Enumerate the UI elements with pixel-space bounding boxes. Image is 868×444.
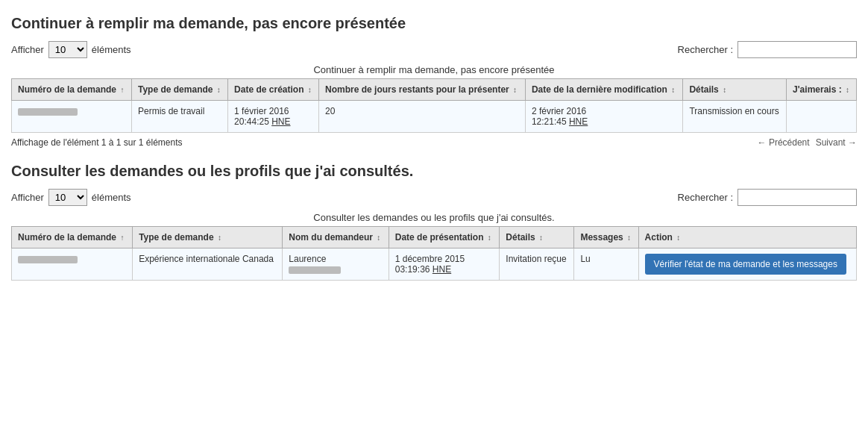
- section2-title: Consulter les demandes ou les profils qu…: [11, 163, 857, 180]
- table-row: Permis de travail 1 février 201620:44:25…: [12, 101, 857, 133]
- sort2-icon-details[interactable]: ↕: [539, 234, 543, 242]
- cell-date-creation: 1 février 201620:44:25 HNE: [228, 101, 319, 133]
- cell2-details: Invitation reçue: [500, 248, 574, 281]
- section2-controls-right: Rechercher :: [678, 189, 857, 206]
- sort-icon-date-crea[interactable]: ↕: [308, 86, 312, 94]
- col2-date-presentation: Date de présentation ↕: [389, 227, 500, 248]
- col-type-demande: Type de demande ↕: [132, 79, 228, 101]
- section1-search-label: Rechercher :: [678, 44, 733, 55]
- section2: Consulter les demandes ou les profils qu…: [11, 163, 857, 281]
- sort-icon-jours[interactable]: ↕: [513, 86, 517, 94]
- cell-num-demande: [12, 101, 132, 133]
- sort-icon-details[interactable]: ↕: [723, 86, 726, 94]
- section1-pagination-nav: ← Précédent Suivant →: [758, 137, 857, 148]
- cell-date-modif: 2 février 201612:21:45 HNE: [525, 101, 683, 133]
- redacted2-nom: [289, 266, 341, 274]
- cell-type-demande: Permis de travail: [132, 101, 228, 133]
- col2-type-demande: Type de demande ↕: [133, 227, 283, 248]
- section1: Continuer à remplir ma demande, pas enco…: [11, 15, 857, 148]
- col2-num-demande: Numéro de la demande ↑: [12, 227, 133, 248]
- table-row: Expérience internationale Canada Laurenc…: [12, 248, 857, 281]
- section1-show-select[interactable]: 10 25 50 100: [48, 41, 87, 58]
- section1-search-input[interactable]: [738, 41, 857, 58]
- section1-elements-label: éléments: [92, 44, 131, 55]
- section2-table-header: Numéro de la demande ↑ Type de demande ↕…: [12, 227, 857, 248]
- section1-pagination-info: Affichage de l'élément 1 à 1 sur 1 éléme…: [11, 137, 183, 148]
- verify-state-button[interactable]: Vérifier l'état de ma demande et les mes…: [645, 254, 846, 275]
- cell2-messages: Lu: [574, 248, 638, 281]
- cell2-date-presentation: 1 décembre 201503:19:36 HNE: [389, 248, 500, 281]
- sort-icon-date-modif[interactable]: ↕: [671, 86, 675, 94]
- sort-icon-jaimerais[interactable]: ↕: [846, 86, 849, 94]
- col-date-creation: Date de création ↕: [228, 79, 319, 101]
- section1-controls-right: Rechercher :: [678, 41, 857, 58]
- cell2-num-demande: [12, 248, 133, 281]
- section1-next-link[interactable]: Suivant →: [816, 137, 857, 148]
- col-date-modif: Date de la dernière modification ↕: [525, 79, 683, 101]
- sort-icon-num[interactable]: ↑: [120, 86, 124, 94]
- sort2-icon-action[interactable]: ↕: [676, 234, 680, 242]
- section1-pagination: Affichage de l'élément 1 à 1 sur 1 éléme…: [11, 137, 857, 148]
- section2-controls-left: Afficher 10 25 50 100 éléments: [11, 189, 131, 206]
- section2-search-input[interactable]: [738, 189, 857, 206]
- sort2-icon-date-pres[interactable]: ↕: [488, 234, 491, 242]
- sort2-icon-messages[interactable]: ↕: [627, 234, 631, 242]
- section2-table: Numéro de la demande ↑ Type de demande ↕…: [11, 226, 857, 281]
- sort2-icon-nom[interactable]: ↕: [377, 234, 380, 242]
- cell-jaimerais: [787, 101, 857, 133]
- cell2-nom-demandeur: Laurence: [283, 248, 389, 281]
- section1-table: Numéro de la demande ↑ Type de demande ↕…: [11, 78, 857, 133]
- section1-prev-link[interactable]: ← Précédent: [758, 137, 810, 148]
- section1-controls-left: Afficher 10 25 50 100 éléments: [11, 41, 131, 58]
- redacted-num: [18, 108, 78, 116]
- section1-controls: Afficher 10 25 50 100 éléments Recherche…: [11, 41, 857, 58]
- sort2-icon-num[interactable]: ↑: [120, 234, 124, 242]
- col2-nom-demandeur: Nom du demandeur ↕: [283, 227, 389, 248]
- redacted2-num: [18, 256, 78, 263]
- section2-show-select[interactable]: 10 25 50 100: [48, 189, 87, 206]
- col2-messages: Messages ↕: [574, 227, 638, 248]
- col-details: Détails ↕: [683, 79, 787, 101]
- section2-controls: Afficher 10 25 50 100 éléments Recherche…: [11, 189, 857, 206]
- col2-details: Détails ↕: [500, 227, 574, 248]
- cell-details: Transmission en cours: [683, 101, 787, 133]
- col-jaimerais: J'aimerais : ↕: [787, 79, 857, 101]
- col-jours-restants: Nombre de jours restants pour la présent…: [319, 79, 526, 101]
- section2-elements-label: éléments: [92, 192, 131, 203]
- cell2-action: Vérifier l'état de ma demande et les mes…: [638, 248, 856, 281]
- section2-search-label: Rechercher :: [678, 192, 733, 203]
- col-num-demande: Numéro de la demande ↑: [12, 79, 132, 101]
- section1-table-caption: Continuer à remplir ma demande, pas enco…: [11, 64, 857, 75]
- section2-table-caption: Consulter les demandes ou les profils qu…: [11, 212, 857, 223]
- section1-table-header: Numéro de la demande ↑ Type de demande ↕…: [12, 79, 857, 101]
- sort-icon-type[interactable]: ↕: [217, 86, 221, 94]
- cell-jours-restants: 20: [319, 101, 526, 133]
- cell2-type-demande: Expérience internationale Canada: [133, 248, 283, 281]
- sort2-icon-type[interactable]: ↕: [218, 234, 221, 242]
- col2-action: Action ↕: [638, 227, 856, 248]
- section1-title: Continuer à remplir ma demande, pas enco…: [11, 15, 857, 32]
- section2-show-label: Afficher: [11, 192, 44, 203]
- section1-show-label: Afficher: [11, 44, 44, 55]
